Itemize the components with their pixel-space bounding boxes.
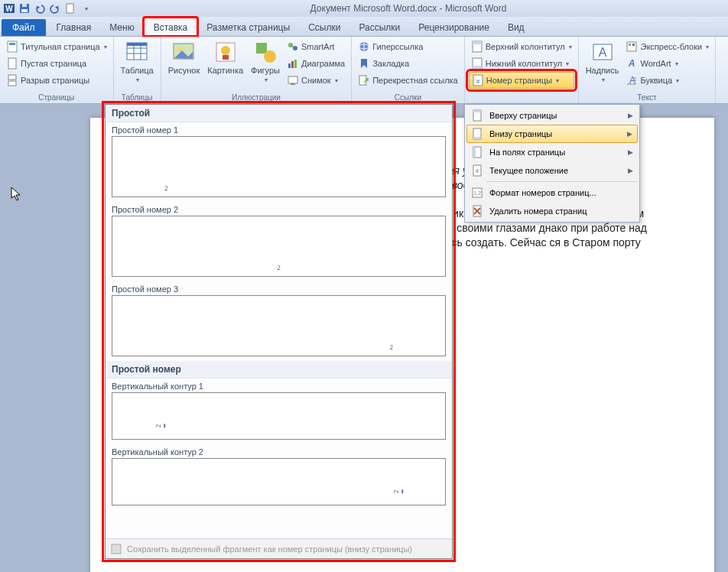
page-number-button[interactable]: #Номер страницы [469,72,574,89]
svg-rect-28 [294,60,297,68]
menu-top-of-page[interactable]: Вверху страницы▶ [466,106,638,125]
redo-icon[interactable] [49,2,61,15]
gallery-item-5-preview[interactable]: 2 [112,458,446,505]
quick-access-toolbar: W [3,2,92,15]
gallery-item-4-label[interactable]: Вертикальный контур 1 [106,379,452,392]
svg-rect-51 [112,544,121,554]
picture-button[interactable]: Рисунок [165,38,203,93]
tab-mailings[interactable]: Рассылки [349,18,409,36]
svg-rect-36 [473,41,482,44]
gallery-item-1-label[interactable]: Простой номер 1 [106,122,452,136]
svg-rect-9 [8,75,16,80]
svg-text:W: W [5,5,13,13]
gallery-item-3-label[interactable]: Простой номер 3 [106,281,452,295]
wordart-button[interactable]: AWordArt [623,55,711,72]
footer-button[interactable]: Нижний колонтитул [469,55,574,72]
menu-current-position[interactable]: #Текущее положение▶ [466,161,638,180]
tab-home[interactable]: Главная [47,18,101,36]
table-button[interactable]: Таблица [118,38,157,93]
tab-references[interactable]: Ссылки [299,18,349,36]
page-break-button[interactable]: Разрыв страницы [4,72,109,89]
submenu-arrow-icon: ▶ [627,130,632,138]
group-text: AНадпись Экспресс-блоки AWordArt AБуквиц… [579,37,716,103]
menu-format-numbers[interactable]: 1,2Формат номеров страниц... [466,184,638,202]
svg-rect-8 [8,58,16,69]
window-title: Документ Microsoft Word.docx - Microsoft… [92,3,725,14]
menu-top-label: Вверху страницы [489,111,557,120]
svg-text:#: # [476,78,480,85]
svg-rect-22 [256,43,267,54]
textbox-button[interactable]: AНадпись [583,38,622,93]
title-page-label: Титульная страница [21,42,100,51]
table-icon [125,40,149,64]
gallery-item-2-preview[interactable]: 2 [112,216,446,277]
shapes-button[interactable]: Фигуры [248,38,283,93]
tab-view[interactable]: Вид [499,18,534,36]
gallery-save-selection: Сохранить выделенный фрагмент как номер … [106,538,452,558]
group-header-footer: Верхний колонтитул Нижний колонтитул #Но… [465,37,579,103]
gallery-item-2-label[interactable]: Простой номер 2 [106,202,452,216]
picture-icon [171,40,196,64]
page-break-icon [6,74,18,86]
title-page-button[interactable]: Титульная страница [4,38,109,55]
svg-rect-4 [21,9,28,12]
page-number-label: Номер страницы [486,76,552,85]
svg-rect-29 [288,76,297,83]
group-text-label: Текст [583,93,711,103]
svg-rect-7 [9,43,15,45]
svg-rect-53 [473,110,481,112]
page-number-icon: # [472,74,484,86]
gallery-item-1-preview[interactable]: 2 [112,136,446,197]
save-icon[interactable] [18,2,31,15]
new-icon[interactable] [64,2,76,15]
svg-rect-27 [291,61,294,68]
header-button[interactable]: Верхний колонтитул [469,38,574,55]
qat-customize-icon[interactable] [80,2,92,15]
tab-review[interactable]: Рецензирование [409,18,499,36]
chart-icon [287,57,299,70]
screenshot-icon [287,74,299,86]
hyperlink-icon [358,41,370,53]
header-icon [471,41,483,53]
undo-icon[interactable] [34,2,46,15]
menu-current-label: Текущее положение [489,166,568,175]
svg-rect-16 [127,43,147,46]
svg-rect-38 [473,66,482,69]
clipart-button[interactable]: Картинка [204,38,246,93]
gallery-item-3-preview[interactable]: 2 [112,295,446,356]
svg-text:1,2: 1,2 [473,190,481,196]
title-page-icon [6,41,18,53]
dropcap-button[interactable]: AБуквица [623,72,711,89]
hyperlink-button[interactable]: Гиперссылка [356,38,460,55]
blank-page-button[interactable]: Пустая страница [4,55,109,72]
svg-rect-10 [8,81,16,86]
submenu-arrow-icon: ▶ [628,112,633,119]
crossref-button[interactable]: Перекрестная ссылка [356,72,460,89]
menu-bottom-of-page[interactable]: Внизу страницы▶ [466,125,638,143]
svg-text:A: A [598,46,606,59]
file-tab[interactable]: Файл [2,19,46,36]
screenshot-button[interactable]: Снимок [284,72,347,89]
svg-rect-57 [473,147,476,158]
gallery-save-label: Сохранить выделенный фрагмент как номер … [127,544,412,554]
footer-label: Нижний колонтитул [486,59,562,68]
gallery-item-4-preview[interactable]: 2 [112,392,446,440]
smartart-button[interactable]: SmartArt [284,38,347,55]
bookmark-button[interactable]: Закладка [356,55,460,72]
quickparts-button[interactable]: Экспресс-блоки [623,38,711,55]
chart-button[interactable]: Диаграмма [284,55,347,72]
tab-menu[interactable]: Меню [100,18,143,36]
menu-page-margins[interactable]: На полях страницы▶ [466,143,638,161]
menu-margins-label: На полях страницы [489,148,565,157]
menu-remove-numbers[interactable]: Удалить номера страниц [466,202,638,220]
hyperlink-label: Гиперссылка [372,42,423,51]
group-tables-label: Таблицы [118,93,157,103]
tab-insert[interactable]: Вставка [144,18,198,36]
gallery-section-simple: Простой [106,105,452,122]
ribbon-insert: Титульная страница Пустая страница Разры… [0,37,728,104]
gallery-item-5-label[interactable]: Вертикальный контур 2 [106,444,452,458]
tab-page-layout[interactable]: Разметка страницы [197,18,299,36]
shapes-icon [253,40,278,64]
chart-label: Диаграмма [301,59,345,68]
wordart-label: WordArt [640,59,671,68]
